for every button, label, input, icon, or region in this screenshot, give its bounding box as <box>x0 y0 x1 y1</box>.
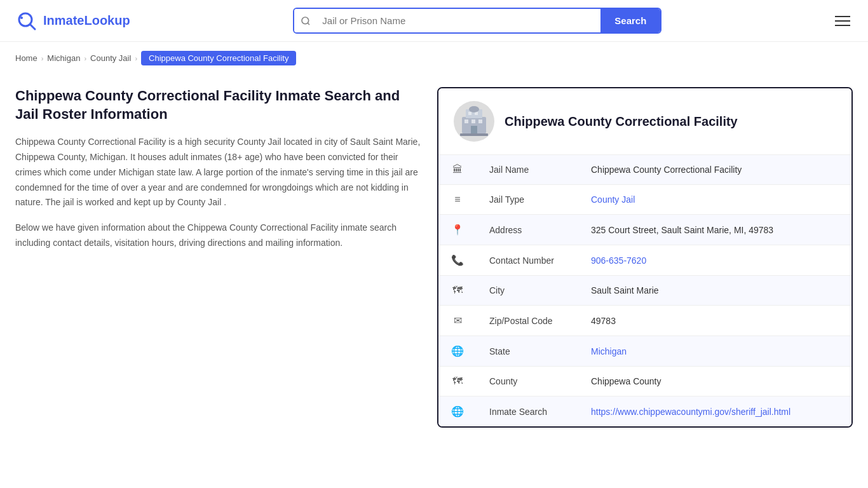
row-label: County <box>477 367 578 396</box>
svg-point-3 <box>302 17 309 24</box>
table-row: ≡Jail TypeCounty Jail <box>438 185 851 215</box>
row-icon: ✉ <box>438 306 477 336</box>
row-value: 49783 <box>578 306 851 336</box>
svg-rect-14 <box>460 133 488 136</box>
hamburger-menu-button[interactable] <box>832 13 853 29</box>
page-description-2: Below we have given information about th… <box>15 220 422 251</box>
breadcrumb-sep: › <box>135 55 137 62</box>
row-icon: 📞 <box>438 245 477 276</box>
table-row: 🗺CountyChippewa County <box>438 367 851 396</box>
hamburger-line <box>835 16 850 17</box>
svg-rect-7 <box>471 126 477 133</box>
breadcrumb-county-jail[interactable]: County Jail <box>90 53 131 63</box>
logo[interactable]: InmateLookup <box>15 10 130 32</box>
row-icon: 🗺 <box>438 367 477 396</box>
row-value: 325 Court Street, Sault Saint Marie, MI,… <box>578 215 851 245</box>
table-row: 🗺CitySault Saint Marie <box>438 276 851 306</box>
site-header: InmateLookup Search <box>0 0 868 42</box>
table-row: 🏛Jail NameChippewa County Correctional F… <box>438 155 851 185</box>
row-value[interactable]: County Jail <box>578 185 851 215</box>
logo-text: InmateLookup <box>43 13 130 28</box>
svg-rect-9 <box>471 119 475 123</box>
facility-avatar <box>454 101 494 142</box>
breadcrumb-sep: › <box>84 55 86 62</box>
breadcrumb: Home › Michigan › County Jail › Chippewa… <box>0 42 868 74</box>
search-form: Search <box>293 8 661 34</box>
right-column: Chippewa County Correctional Facility 🏛J… <box>437 87 853 428</box>
search-area: Search <box>140 8 815 34</box>
svg-line-4 <box>308 23 309 25</box>
svg-point-2 <box>20 17 23 19</box>
search-input[interactable] <box>317 9 600 32</box>
info-card: Chippewa County Correctional Facility 🏛J… <box>437 87 853 428</box>
breadcrumb-home[interactable]: Home <box>15 53 37 63</box>
row-label: City <box>477 276 578 306</box>
row-value: Chippewa County <box>578 367 851 396</box>
svg-rect-8 <box>465 119 468 123</box>
hamburger-line <box>835 20 850 22</box>
row-icon: 🌐 <box>438 396 477 427</box>
search-button[interactable]: Search <box>600 9 660 32</box>
row-label: Contact Number <box>477 245 578 276</box>
main-content: Chippewa County Correctional Facility In… <box>0 74 868 440</box>
info-table: 🏛Jail NameChippewa County Correctional F… <box>438 154 851 426</box>
row-link[interactable]: County Jail <box>591 194 635 205</box>
row-link[interactable]: https://www.chippewacountymi.gov/sheriff… <box>591 407 790 417</box>
table-row: 📞Contact Number906-635-7620 <box>438 245 851 276</box>
table-row: 🌐StateMichigan <box>438 336 851 367</box>
breadcrumb-current: Chippewa County Correctional Facility <box>141 51 296 65</box>
row-link[interactable]: Michigan <box>591 346 627 356</box>
left-column: Chippewa County Correctional Facility In… <box>15 87 422 261</box>
row-icon: 🗺 <box>438 276 477 306</box>
row-label: Zip/Postal Code <box>477 306 578 336</box>
card-header: Chippewa County Correctional Facility <box>438 88 851 154</box>
row-label: Jail Name <box>477 155 578 185</box>
table-row: 📍Address325 Court Street, Sault Saint Ma… <box>438 215 851 245</box>
row-value[interactable]: https://www.chippewacountymi.gov/sheriff… <box>578 396 851 427</box>
row-icon: 🏛 <box>438 155 477 185</box>
svg-rect-10 <box>478 119 482 123</box>
table-row: ✉Zip/Postal Code49783 <box>438 306 851 336</box>
breadcrumb-michigan[interactable]: Michigan <box>47 53 80 63</box>
page-title: Chippewa County Correctional Facility In… <box>15 87 422 123</box>
row-label: Address <box>477 215 578 245</box>
breadcrumb-sep: › <box>41 55 44 62</box>
table-row: 🌐Inmate Searchhttps://www.chippewacounty… <box>438 396 851 427</box>
row-icon: ≡ <box>438 185 477 215</box>
row-value: Chippewa County Correctional Facility <box>578 155 851 185</box>
row-icon: 📍 <box>438 215 477 245</box>
svg-point-13 <box>469 106 479 112</box>
svg-rect-11 <box>468 112 471 115</box>
card-facility-name: Chippewa County Correctional Facility <box>505 114 738 129</box>
search-icon <box>294 9 317 32</box>
row-label: State <box>477 336 578 367</box>
hamburger-line <box>835 25 850 26</box>
row-value[interactable]: 906-635-7620 <box>578 245 851 276</box>
row-label: Jail Type <box>477 185 578 215</box>
row-value: Sault Saint Marie <box>578 276 851 306</box>
svg-line-1 <box>30 24 35 29</box>
row-icon: 🌐 <box>438 336 477 367</box>
page-description-1: Chippewa County Correctional Facility is… <box>15 135 422 210</box>
row-label: Inmate Search <box>477 396 578 427</box>
row-link[interactable]: 906-635-7620 <box>591 255 646 266</box>
row-value[interactable]: Michigan <box>578 336 851 367</box>
